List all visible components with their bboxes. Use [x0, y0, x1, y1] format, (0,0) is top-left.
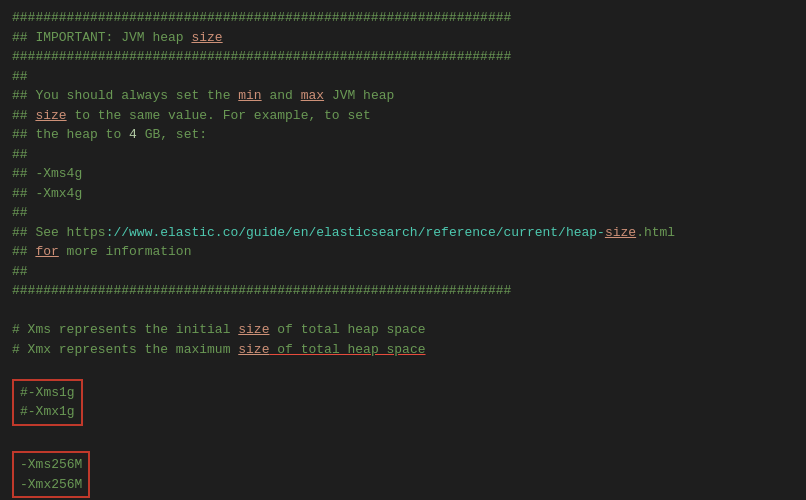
xms256m-line: -Xms256M [20, 455, 82, 475]
jvm-heap-text: JVM heap [324, 88, 394, 103]
hash-line-3: ########################################… [12, 281, 794, 301]
xmx1g-line: #-Xmx1g [20, 402, 75, 422]
see-url-line: ## See https://www.elastic.co/guide/en/e… [12, 223, 794, 243]
to-same-value-text: to the same value. For example, to set [67, 108, 371, 123]
hash-text-3: ########################################… [12, 283, 511, 298]
empty-comment-text-2: ## [12, 147, 28, 162]
important-prefix: ## IMPORTANT: JVM heap [12, 30, 191, 45]
xmx256m-line: -Xmx256M [20, 475, 82, 495]
size-same-value-line: ## size to the same value. For example, … [12, 106, 794, 126]
html-text: .html [636, 225, 675, 240]
size-keyword-url: size [605, 225, 636, 240]
min-max-line: ## You should always set the min and max… [12, 86, 794, 106]
xms-desc-suffix: of total heap space [269, 322, 425, 337]
blank-line-1 [12, 301, 794, 321]
hash-line-2: ########################################… [12, 47, 794, 67]
xmx4g-text: ## -Xmx4g [12, 186, 82, 201]
number-4: 4 [129, 127, 137, 142]
hash-line-1: ########################################… [12, 8, 794, 28]
for-info-line: ## for more information [12, 242, 794, 262]
boxed-section-1: #-Xms1g #-Xmx1g [12, 379, 83, 426]
max-keyword: max [301, 88, 324, 103]
empty-comment-2: ## [12, 145, 794, 165]
hash-text-2: ########################################… [12, 49, 511, 64]
url-text: ://www.elastic.co/guide/en/elasticsearch… [106, 225, 605, 240]
size-prefix: ## [12, 108, 35, 123]
size-keyword-1: size [191, 30, 222, 45]
xmx-desc-suffix: of total heap space [269, 342, 425, 357]
more-info-text: more information [59, 244, 192, 259]
xmx4g-line: ## -Xmx4g [12, 184, 794, 204]
see-text: ## See https [12, 225, 106, 240]
and-text: and [262, 88, 301, 103]
xmx-desc-line: # Xmx represents the maximum size of tot… [12, 340, 794, 360]
empty-comment-text-1: ## [12, 69, 28, 84]
boxed-section-2: -Xms256M -Xmx256M [12, 451, 90, 498]
code-editor: ########################################… [12, 8, 794, 498]
xms1g-text: #-Xms1g [20, 385, 75, 400]
for-keyword: for [35, 244, 58, 259]
hash-text-1: ########################################… [12, 10, 511, 25]
empty-comment-4: ## [12, 262, 794, 282]
xms1g-line: #-Xms1g [20, 383, 75, 403]
empty-comment-1: ## [12, 67, 794, 87]
min-max-prefix: ## You should always set the [12, 88, 238, 103]
heap-4gb-line: ## the heap to 4 GB, set: [12, 125, 794, 145]
gb-set-text: GB, set: [137, 127, 207, 142]
size-keyword-2: size [35, 108, 66, 123]
min-keyword: min [238, 88, 261, 103]
xms4g-text: ## -Xms4g [12, 166, 82, 181]
xmx256m-text: -Xmx256M [20, 477, 82, 492]
xms-desc-prefix: # Xms represents the initial [12, 322, 238, 337]
xms4g-line: ## -Xms4g [12, 164, 794, 184]
xms256m-text: -Xms256M [20, 457, 82, 472]
for-prefix: ## [12, 244, 35, 259]
size-keyword-3: size [238, 322, 269, 337]
important-line: ## IMPORTANT: JVM heap size [12, 28, 794, 48]
heap-to-text: ## the heap to [12, 127, 129, 142]
blank-line-3 [12, 432, 794, 452]
blank-line-2 [12, 359, 794, 379]
size-keyword-4: size [238, 342, 269, 357]
empty-comment-text-4: ## [12, 264, 28, 279]
xmx1g-text: #-Xmx1g [20, 404, 75, 419]
xmx-desc-prefix: # Xmx represents the maximum [12, 342, 238, 357]
empty-comment-text-3: ## [12, 205, 28, 220]
empty-comment-3: ## [12, 203, 794, 223]
xms-desc-line: # Xms represents the initial size of tot… [12, 320, 794, 340]
